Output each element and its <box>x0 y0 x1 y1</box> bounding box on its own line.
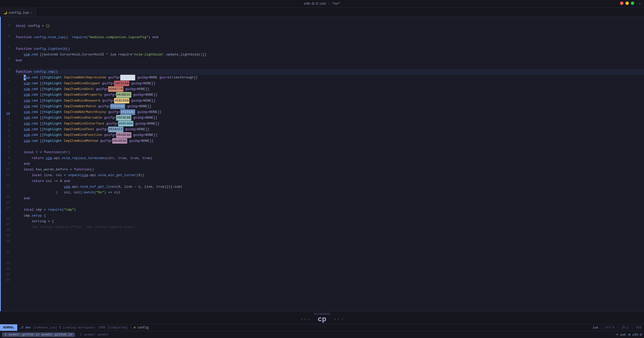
code-line: local config = {} <box>16 23 644 29</box>
screenkey-bar: screenkey • • • cp • • • <box>0 311 644 324</box>
lua-icon: 🌙 <box>4 11 7 14</box>
bottom-tab-2[interactable]: 2 ayamir ayamir <box>78 332 112 337</box>
code-line: function config.nvim_lsp() require("modu… <box>16 35 644 40</box>
code-line: vim.cmd [[highlight CmpItemAbbrDeprecate… <box>16 75 644 80</box>
status-sep3: | <box>631 326 633 329</box>
code-line: vim.cmd [[highlight CmpItemKindFunction … <box>16 132 644 138</box>
line-num: 21 <box>1 249 10 255</box>
close-button[interactable]: ✕ <box>639 2 641 6</box>
code-line: vim.cmd [[highlight CmpItemAbbrMatchFuzz… <box>16 109 644 115</box>
status-loading: ¶ Loading workspace: 100% [Completed] <box>59 326 128 329</box>
line-num: 6 <box>1 144 10 150</box>
tab-bar: 🌙 config.lua ✕ <box>0 8 644 17</box>
status-filename: ⚙ config <box>134 326 149 329</box>
line-num: 25 <box>1 277 10 283</box>
tab-label: config.lua <box>9 11 29 15</box>
status-middle: ⎇ dev [sumneko_lua] ¶ Loading workspace:… <box>17 326 590 329</box>
status-sep2: | <box>617 326 619 329</box>
line-num: 9 <box>1 161 10 166</box>
code-line-current: function config.cmp() <box>16 69 644 75</box>
line-num: 16 <box>1 216 10 222</box>
line-num: 2 <box>1 122 10 128</box>
code-line: cmp.setup { <box>16 213 644 218</box>
code-line: function config.lightbulb() <box>16 46 644 52</box>
line-num: 4 <box>1 78 10 84</box>
status-filetype: lua <box>593 326 598 329</box>
status-separator: | <box>130 326 132 329</box>
code-line: vim.cmd [[highlight CmpItemKindText guif… <box>16 127 644 132</box>
code-line: end <box>16 195 644 201</box>
line-num: 20 <box>1 238 10 244</box>
status-encoding: utf-8 <box>605 326 614 329</box>
ghost-line: cmp.config.compare.offset, cmp.config.co… <box>16 224 644 230</box>
line-num: 9 <box>1 23 10 28</box>
line-num: 1 <box>1 117 10 122</box>
line-num <box>1 244 10 249</box>
line-num: 7 <box>1 45 10 50</box>
code-line: vim.cmd [[highlight CmpItemKindUnit guif… <box>16 86 644 92</box>
line-num <box>1 72 10 78</box>
file-tab[interactable]: 🌙 config.lua ✕ <box>0 9 36 17</box>
status-scroll: 41% <box>636 326 641 329</box>
line-num <box>1 39 10 45</box>
code-line <box>16 29 644 35</box>
code-line: local t = function(str) <box>16 150 644 155</box>
code-line: vim.cmd [[highlight CmpItemAbbrMatch gui… <box>16 103 644 109</box>
screenkey-dots-right: • • • <box>334 318 343 321</box>
line-num <box>1 178 10 183</box>
line-num: 12 <box>1 183 10 188</box>
line-num: 19 <box>1 233 10 238</box>
line-num <box>1 95 10 100</box>
code-line: local line, col = unpack(vim.api.nvim_wi… <box>16 172 644 178</box>
line-num: 3 <box>1 128 10 133</box>
tab-label-1: ayamir.github.io <box>8 333 39 336</box>
minimize-dot[interactable] <box>625 2 629 5</box>
status-bar: NORMAL ⎇ dev [sumneko_lua] ¶ Loading wor… <box>0 324 644 331</box>
line-num <box>1 62 10 67</box>
line-num <box>1 255 10 260</box>
code-line: local has_words_before = function() <box>16 167 644 172</box>
title-bar: z4h-O:2:zsh - "nv" ✕ <box>0 0 644 8</box>
line-num: 6 <box>1 56 10 61</box>
maximize-dot[interactable] <box>631 2 634 5</box>
session-label: ⊞ z4h-0 <box>628 333 642 337</box>
screenkey-dots-left: • • • <box>301 318 310 321</box>
line-num <box>1 106 10 111</box>
code-line: local cmp = require("cmp") <box>16 207 644 213</box>
line-num <box>1 28 10 34</box>
line-num: 10 <box>1 167 10 172</box>
code-line: vim.cmd [[highlight CmpItemKindProperty … <box>16 92 644 98</box>
bottom-tab-1[interactable]: 1 ayamir.github.io ayamir.github.io <box>2 332 75 337</box>
code-line: vim.cmd [[autocmd CursorHold,CursorHoldI… <box>16 52 644 57</box>
line-num: 4 <box>1 133 10 139</box>
bottom-bar: 1 ayamir.github.io ayamir.github.io 2 ay… <box>0 331 644 338</box>
line-num: 11 <box>1 172 10 177</box>
line-num: 14 <box>1 200 10 205</box>
line-num: 7 <box>1 150 10 155</box>
window-left-space <box>3 2 5 6</box>
title-bar-controls: ✕ <box>620 2 641 6</box>
tab-close-icon[interactable]: ✕ <box>30 11 32 14</box>
line-num: 5 <box>1 139 10 144</box>
code-line: vim.cmd [[highlight CmpItemKindVariable … <box>16 115 644 121</box>
code-line: vim.cmd [[highlight CmpItemKindSnippet g… <box>16 80 644 86</box>
status-mode: NORMAL <box>0 324 17 331</box>
git-icon: ⎇ <box>20 326 23 329</box>
tab-num-1: 1 <box>5 333 7 336</box>
line-num: 17 <box>1 222 10 227</box>
code-line: vim.cmd [[highlight CmpItemKindMethod gu… <box>16 138 644 144</box>
title-bar-title: z4h-O:2:zsh - "nv" <box>304 2 340 6</box>
bottom-right: ⌨ zsh ⊞ z4h-0 <box>616 333 642 337</box>
code-area[interactable]: local config = {} function config.nvim_l… <box>13 17 644 311</box>
close-dot[interactable] <box>620 2 623 5</box>
editor-container: 9 8 7 6 5 4 3 2 10 1 2 3 4 5 6 7 8 <box>0 17 644 324</box>
tab-label-2: ayamir <box>84 333 96 336</box>
tab-num-2: 2 <box>80 333 82 336</box>
code-line: end <box>16 57 644 63</box>
line-num: 2 <box>1 100 10 106</box>
line-num: 23 <box>1 266 10 271</box>
line-num <box>1 211 10 216</box>
line-num: 22 <box>1 260 10 266</box>
code-line <box>16 17 644 23</box>
code-line <box>16 144 644 150</box>
